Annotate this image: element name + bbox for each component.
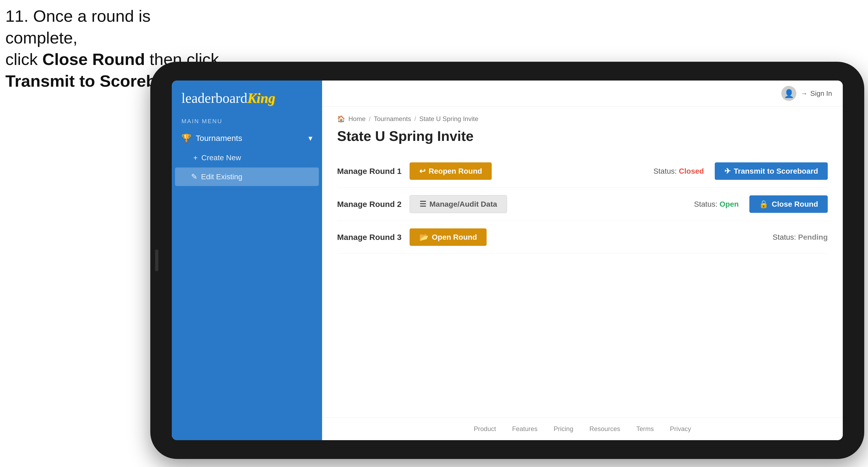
round-1-status: Status: Closed <box>653 167 704 176</box>
sign-in-button[interactable]: → Sign In <box>801 89 832 98</box>
content-area: 🏠 Home / Tournaments / State U Spring In… <box>322 106 843 417</box>
reopen-icon: ↩ <box>419 167 426 176</box>
logo-king: King <box>247 90 275 106</box>
tablet-device: leaderboardKing MAIN MENU 🏆 Tournaments … <box>150 62 864 459</box>
sidebar-logo: leaderboardKing <box>172 81 322 113</box>
reopen-round-button[interactable]: ↩ Reopen Round <box>410 162 492 180</box>
close-round-label: Close Round <box>772 200 818 209</box>
top-bar: 👤 → Sign In <box>322 81 843 106</box>
round-3-status: Status: Pending <box>773 233 828 242</box>
plus-icon: + <box>193 154 197 162</box>
breadcrumb-tournaments[interactable]: Tournaments <box>374 115 411 123</box>
logo-leaderboard: leaderboard <box>181 90 247 106</box>
round-2-status: Status: Open <box>694 200 739 209</box>
breadcrumb-home[interactable]: Home <box>348 115 366 123</box>
open-round-button[interactable]: 📂 Open Round <box>410 228 487 246</box>
sidebar-item-tournaments[interactable]: 🏆 Tournaments ▾ <box>172 127 322 149</box>
footer: Product Features Pricing Resources Terms… <box>322 417 843 440</box>
breadcrumb-current: State U Spring Invite <box>419 115 478 123</box>
manage-audit-label: Manage/Audit Data <box>429 200 497 209</box>
sidebar-tournaments-label: Tournaments <box>196 134 242 143</box>
trophy-icon: 🏆 <box>181 133 191 143</box>
round-1-label: Manage Round 1 <box>337 167 402 176</box>
chevron-down-icon: ▾ <box>308 133 312 143</box>
edit-icon: ✎ <box>191 172 197 181</box>
sign-in-arrow-icon: → <box>801 89 808 98</box>
sidebar-create-new[interactable]: + Create New <box>172 149 322 167</box>
folder-icon: 📂 <box>419 233 429 242</box>
breadcrumb-home-icon: 🏠 <box>337 115 345 123</box>
footer-pricing[interactable]: Pricing <box>554 425 573 433</box>
close-round-button[interactable]: 🔒 Close Round <box>749 195 828 213</box>
tablet-screen: leaderboardKing MAIN MENU 🏆 Tournaments … <box>172 81 843 440</box>
footer-features[interactable]: Features <box>512 425 537 433</box>
lock-icon: 🔒 <box>759 200 768 209</box>
page-title: State U Spring Invite <box>337 128 828 144</box>
manage-audit-button[interactable]: ☰ Manage/Audit Data <box>410 195 507 213</box>
transmit-icon: ✈ <box>724 167 731 176</box>
open-round-label: Open Round <box>432 233 477 242</box>
round-2-label: Manage Round 2 <box>337 200 402 209</box>
round-2-row: Manage Round 2 ☰ Manage/Audit Data Statu… <box>337 188 828 221</box>
transmit-label: Transmit to Scoreboard <box>734 167 818 176</box>
footer-terms[interactable]: Terms <box>637 425 654 433</box>
avatar: 👤 <box>781 86 796 101</box>
audit-icon: ☰ <box>420 200 426 209</box>
edit-existing-label: Edit Existing <box>201 173 242 181</box>
footer-product[interactable]: Product <box>474 425 496 433</box>
reopen-round-label: Reopen Round <box>429 167 482 176</box>
footer-privacy[interactable]: Privacy <box>670 425 691 433</box>
main-content: 👤 → Sign In 🏠 Home / Tournaments / <box>322 81 843 440</box>
tablet-side-button <box>155 250 158 271</box>
round-3-label: Manage Round 3 <box>337 233 402 242</box>
sidebar: leaderboardKing MAIN MENU 🏆 Tournaments … <box>172 81 322 440</box>
transmit-scoreboard-button[interactable]: ✈ Transmit to Scoreboard <box>715 162 828 180</box>
create-new-label: Create New <box>201 154 241 162</box>
footer-resources[interactable]: Resources <box>589 425 620 433</box>
round-3-row: Manage Round 3 📂 Open Round Status: Pend… <box>337 221 828 254</box>
main-menu-label: MAIN MENU <box>172 113 322 127</box>
sidebar-edit-existing[interactable]: ✎ Edit Existing <box>175 167 319 186</box>
round-1-row: Manage Round 1 ↩ Reopen Round Status: Cl… <box>337 155 828 188</box>
app-layout: leaderboardKing MAIN MENU 🏆 Tournaments … <box>172 81 843 440</box>
sign-in-label: Sign In <box>810 89 832 98</box>
breadcrumb: 🏠 Home / Tournaments / State U Spring In… <box>337 115 828 123</box>
